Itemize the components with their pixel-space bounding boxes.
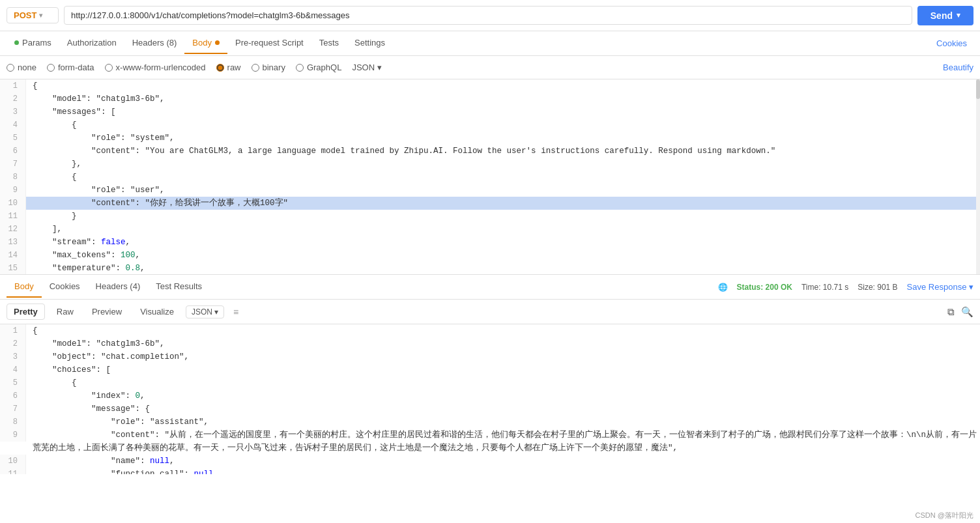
params-dot [14,40,19,45]
search-icon[interactable]: 🔍 [961,306,973,318]
table-row: 14 "max_tokens": 100, [0,249,980,262]
tab-settings[interactable]: Settings [347,33,393,54]
save-response-button[interactable]: Save Response ▾ [907,282,973,292]
request-tabs: Params Authorization Headers (8) Body Pr… [0,31,980,56]
table-row: 11 "function_call": null [0,468,980,474]
tab-headers[interactable]: Headers (8) [124,33,185,54]
response-json-chevron-icon: ▾ [214,307,218,317]
body-type-urlencoded[interactable]: x-www-form-urlencoded [105,63,206,72]
response-time: Time: 10.71 s [801,283,848,292]
watermark: CSDN @落叶阳光 [915,508,973,523]
json-chevron-icon: ▾ [377,63,382,72]
response-icons: ⧉ 🔍 [947,306,973,318]
request-editor[interactable]: 1{2 "model": "chatglm3-6b",3 "messages":… [0,79,980,275]
table-row: 11 } [0,210,980,223]
body-type-binary[interactable]: binary [252,63,285,72]
beautify-button[interactable]: Beautify [943,63,973,72]
response-tabs: Body Cookies Headers (4) Test Results 🌐 … [0,275,980,300]
copy-icon[interactable]: ⧉ [947,306,955,318]
table-row: 2 "model": "chatglm3-6b", [0,92,980,106]
table-row: 10 "name": null, [0,455,980,468]
table-row: 13 "stream": false, [0,236,980,249]
response-tab-test-results[interactable]: Test Results [148,276,210,298]
body-type-row: none form-data x-www-form-urlencoded raw… [0,56,980,79]
response-tab-cookies[interactable]: Cookies [42,276,88,298]
table-row: 3 "messages": [ [0,106,980,119]
table-row: 1{ [0,324,980,337]
body-type-raw[interactable]: raw [216,63,241,72]
method-select[interactable]: POST ▾ [7,7,59,23]
send-button[interactable]: Send ▾ [917,6,973,25]
table-row: 10 "content": "你好，给我讲一个故事，大概100字" [0,197,980,210]
format-raw[interactable]: Raw [50,304,80,319]
format-visualize[interactable]: Visualize [134,304,180,319]
response-status: 🌐 Status: 200 OK Time: 10.71 s Size: 901… [718,282,973,292]
table-row: 2 "model": "chatglm3-6b", [0,337,980,350]
method-label: POST [14,10,36,20]
body-dot [215,40,220,45]
table-row: 3 "object": "chat.completion", [0,350,980,363]
tab-tests[interactable]: Tests [311,33,347,54]
table-row: 6 "index": 0, [0,389,980,403]
save-response-chevron-icon: ▾ [969,282,973,292]
body-type-form-data[interactable]: form-data [47,63,94,72]
filter-icon[interactable]: ≡ [233,307,238,317]
status-code: Status: 200 OK [737,283,792,292]
method-chevron-icon: ▾ [39,12,42,19]
response-size: Size: 901 B [857,283,897,292]
tab-authorization[interactable]: Authorization [59,33,124,54]
table-row: 1{ [0,79,980,92]
send-chevron-icon: ▾ [957,11,960,20]
response-editor[interactable]: 1{2 "model": "chatglm3-6b",3 "object": "… [0,324,980,474]
response-tab-body[interactable]: Body [7,276,42,298]
table-row: 6 "content": "You are ChatGLM3, a large … [0,145,980,158]
table-row: 7 "message": { [0,403,980,416]
tab-params[interactable]: Params [7,33,59,54]
json-format-select[interactable]: JSON ▾ [352,63,382,72]
url-bar: POST ▾ Send ▾ [0,0,980,31]
table-row: 8 { [0,171,980,184]
tab-body[interactable]: Body [184,33,227,54]
cookies-link[interactable]: Cookies [930,33,973,53]
table-row: 9 "role": "user", [0,184,980,197]
table-row: 7 }, [0,158,980,171]
response-format-row: Pretty Raw Preview Visualize JSON ▾ ≡ ⧉ … [0,300,980,324]
format-pretty[interactable]: Pretty [7,304,45,320]
response-tab-headers[interactable]: Headers (4) [88,276,149,298]
tab-pre-request-script[interactable]: Pre-request Script [227,33,311,54]
body-type-graphql[interactable]: GraphQL [296,63,341,72]
url-input[interactable] [64,6,912,25]
table-row: 8 "role": "assistant", [0,416,980,429]
format-preview[interactable]: Preview [85,304,128,319]
table-row: 9 "content": "从前，在一个遥远的国度里，有一个美丽的村庄。这个村庄… [0,429,980,455]
table-row: 15 "temperature": 0.8, [0,262,980,275]
body-type-none[interactable]: none [7,63,36,72]
table-row: 5 { [0,376,980,389]
globe-icon: 🌐 [718,283,728,292]
table-row: 4 "choices": [ [0,363,980,376]
response-json-select[interactable]: JSON ▾ [186,305,224,318]
table-row: 12 ], [0,223,980,236]
table-row: 4 { [0,119,980,132]
table-row: 5 "role": "system", [0,132,980,145]
